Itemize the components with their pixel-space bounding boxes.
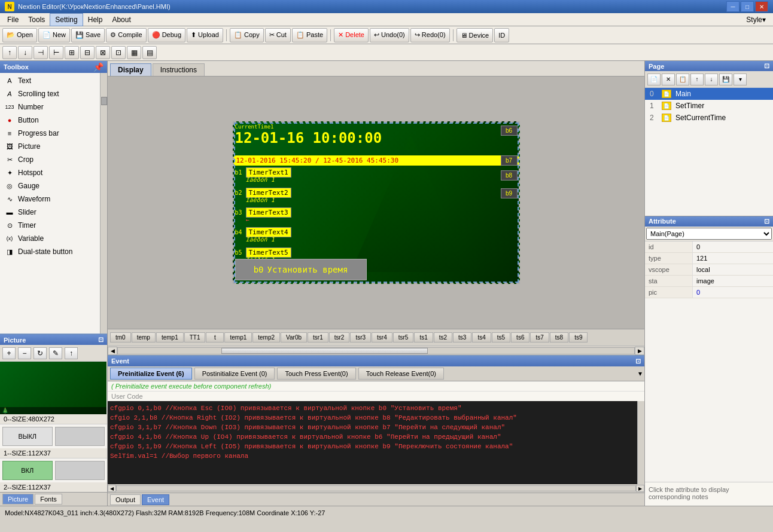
tab-ts7[interactable]: ts7 bbox=[530, 332, 549, 343]
toolbox-hotspot[interactable]: ✦ Hotspot bbox=[1, 166, 99, 179]
copy-button[interactable]: 📋 Copy bbox=[230, 28, 264, 42]
tb2-larger-button[interactable]: ▦ bbox=[127, 46, 141, 59]
pic-refresh-button[interactable]: ↻ bbox=[34, 347, 47, 359]
save-button[interactable]: 💾 Save bbox=[71, 28, 105, 42]
delete-button[interactable]: ✕ Delete bbox=[334, 28, 369, 42]
event-tab-preinit[interactable]: Preinitialize Event (6) bbox=[110, 368, 192, 380]
menu-help[interactable]: Help bbox=[83, 13, 108, 26]
tab-ts8[interactable]: ts8 bbox=[550, 332, 568, 343]
tab-ts3[interactable]: ts3 bbox=[453, 332, 471, 343]
b9-button[interactable]: b9 bbox=[501, 188, 518, 198]
event-tab-touchrelease[interactable]: Touch Release Event(0) bbox=[358, 368, 444, 380]
page-copy-button[interactable]: 📋 bbox=[676, 74, 689, 85]
undo-button[interactable]: ↩ Undo(0) bbox=[370, 28, 409, 42]
pic-edit-button[interactable]: ✎ bbox=[49, 347, 62, 359]
event-code[interactable]: cfgpio 0,1,b0 //Кнопка Esc (IO0) привязы… bbox=[108, 401, 644, 484]
tb2-down-button[interactable]: ↓ bbox=[18, 46, 32, 59]
tab-temp2[interactable]: temp2 bbox=[252, 332, 280, 343]
tb2-right-button[interactable]: ⊢ bbox=[49, 46, 63, 59]
redo-button[interactable]: ↪ Redo(0) bbox=[410, 28, 450, 42]
tab-temp1[interactable]: temp1 bbox=[156, 332, 184, 343]
pic-remove-button[interactable]: − bbox=[18, 347, 31, 359]
pic-thumb-slider2[interactable] bbox=[55, 461, 105, 480]
device-button[interactable]: 🖥 Device bbox=[457, 28, 494, 42]
toolbox-button[interactable]: ● Button bbox=[1, 114, 99, 127]
attribute-select[interactable]: Main(Page) bbox=[646, 228, 772, 240]
id-button[interactable]: ID bbox=[494, 28, 509, 42]
tab-t[interactable]: t bbox=[206, 332, 224, 343]
toolbox-slider[interactable]: ▬ Slider bbox=[1, 206, 99, 219]
tb2-alignleft-button[interactable]: ⊟ bbox=[80, 46, 95, 59]
tb2-aligncenter-button[interactable]: ⊠ bbox=[96, 46, 110, 59]
pic-tab-fonts[interactable]: Fonts bbox=[35, 494, 62, 505]
page-save-button[interactable]: 💾 bbox=[719, 74, 732, 85]
compile-button[interactable]: ⚙ Compile bbox=[106, 28, 146, 42]
toolbox-waveform[interactable]: ∿ Waveform bbox=[1, 192, 99, 206]
open-button[interactable]: 📂 Open bbox=[2, 28, 37, 42]
event-tab-touchpress[interactable]: Touch Press Event(0) bbox=[277, 368, 355, 380]
page-down-button[interactable]: ↓ bbox=[705, 74, 718, 85]
page-item-main[interactable]: 0 📄 Main bbox=[645, 88, 773, 100]
timertext3[interactable]: TimerText3 bbox=[246, 207, 291, 218]
menu-setting[interactable]: Setting bbox=[50, 13, 83, 26]
toolbox-dualstate[interactable]: ◨ Dual-state button bbox=[1, 245, 99, 258]
page-item-settimer[interactable]: 1 📄 SetTimer bbox=[645, 100, 773, 112]
tb2-smaller-button[interactable]: ▤ bbox=[142, 46, 157, 59]
page-add-button[interactable]: 📄 bbox=[647, 74, 661, 85]
attr-val-id[interactable]: 0 bbox=[693, 241, 773, 252]
hscroll-track[interactable] bbox=[117, 347, 635, 354]
close-button[interactable]: ✕ bbox=[755, 1, 768, 12]
tab-instructions[interactable]: Instructions bbox=[153, 63, 205, 76]
tab-tsr1[interactable]: tsr1 bbox=[308, 332, 328, 343]
code-hscroll-left[interactable]: ◀ bbox=[108, 485, 116, 492]
toolbox-gauge[interactable]: ◎ Gauge bbox=[1, 179, 99, 192]
b0-button[interactable]: b0 Установить время bbox=[235, 259, 367, 280]
toolbox-text[interactable]: A Text bbox=[1, 74, 99, 87]
menu-style[interactable]: Style▾ bbox=[741, 13, 771, 26]
pic-thumb-slider[interactable] bbox=[55, 427, 105, 446]
tab-var0b[interactable]: Var0b bbox=[281, 332, 307, 343]
toolbox-variable[interactable]: (x) Variable bbox=[1, 232, 99, 245]
b8-button[interactable]: b8 bbox=[501, 170, 518, 181]
toolbox-number[interactable]: 123 Number bbox=[1, 100, 99, 114]
tb2-center-button[interactable]: ⊞ bbox=[65, 46, 79, 59]
b6-button[interactable]: b6 bbox=[501, 126, 518, 136]
pic-tab-picture[interactable]: Picture bbox=[2, 494, 34, 505]
upload-button[interactable]: ⬆ Upload bbox=[187, 28, 223, 42]
attr-val-pic[interactable]: 0 bbox=[693, 287, 773, 298]
toolbox-scrollingtext[interactable]: A Scrolling text bbox=[1, 87, 99, 100]
page-delete-button[interactable]: ✕ bbox=[662, 74, 675, 85]
hscroll-thumb[interactable] bbox=[221, 348, 428, 354]
page-up-button[interactable]: ↑ bbox=[690, 74, 704, 85]
attr-val-sta[interactable]: image bbox=[693, 276, 773, 286]
toolbox-scrollbar-thumb[interactable] bbox=[101, 97, 107, 105]
paste-button[interactable]: 📋 Paste bbox=[292, 28, 327, 42]
cut-button[interactable]: ✂ Cut bbox=[265, 28, 291, 42]
toolbox-timer[interactable]: ⊙ Timer bbox=[1, 219, 99, 232]
new-button[interactable]: 📄 New bbox=[38, 28, 70, 42]
tab-tt1[interactable]: TT1 bbox=[184, 332, 206, 343]
code-hscroll-track[interactable] bbox=[116, 485, 636, 491]
tab-tm0[interactable]: tm0 bbox=[110, 332, 131, 343]
tab-ts6[interactable]: ts6 bbox=[511, 332, 529, 343]
tab-display[interactable]: Display bbox=[110, 63, 151, 76]
b7-button[interactable]: b7 bbox=[501, 155, 518, 166]
tab-tsr5[interactable]: tsr5 bbox=[393, 332, 414, 343]
pic-thumb-off[interactable]: ВЫКЛ bbox=[2, 427, 53, 446]
tab-ts4[interactable]: ts4 bbox=[472, 332, 491, 343]
pic-thumb-on[interactable]: ВКЛ bbox=[2, 461, 53, 480]
bottom-tab-event[interactable]: Event bbox=[142, 494, 169, 505]
code-hscroll-right[interactable]: ▶ bbox=[636, 485, 644, 492]
tab-ts1[interactable]: ts1 bbox=[414, 332, 433, 343]
page-item-setcurrenttime[interactable]: 2 📄 SetCurrentTime bbox=[645, 112, 773, 124]
toolbox-progressbar[interactable]: ≡ Progress bar bbox=[1, 127, 99, 140]
tb2-alignright-button[interactable]: ⊡ bbox=[111, 46, 126, 59]
code-vscroll[interactable] bbox=[637, 401, 644, 484]
tab-ts5[interactable]: ts5 bbox=[492, 332, 510, 343]
bottom-tab-output[interactable]: Output bbox=[110, 494, 141, 505]
pic-upload-button[interactable]: ↑ bbox=[65, 347, 78, 359]
event-dropdown[interactable]: ▾ bbox=[638, 369, 642, 378]
tab-tsr2[interactable]: tsr2 bbox=[329, 332, 350, 343]
event-tab-postinit[interactable]: Postinitialize Event (0) bbox=[194, 368, 275, 380]
menu-about[interactable]: About bbox=[107, 13, 135, 26]
